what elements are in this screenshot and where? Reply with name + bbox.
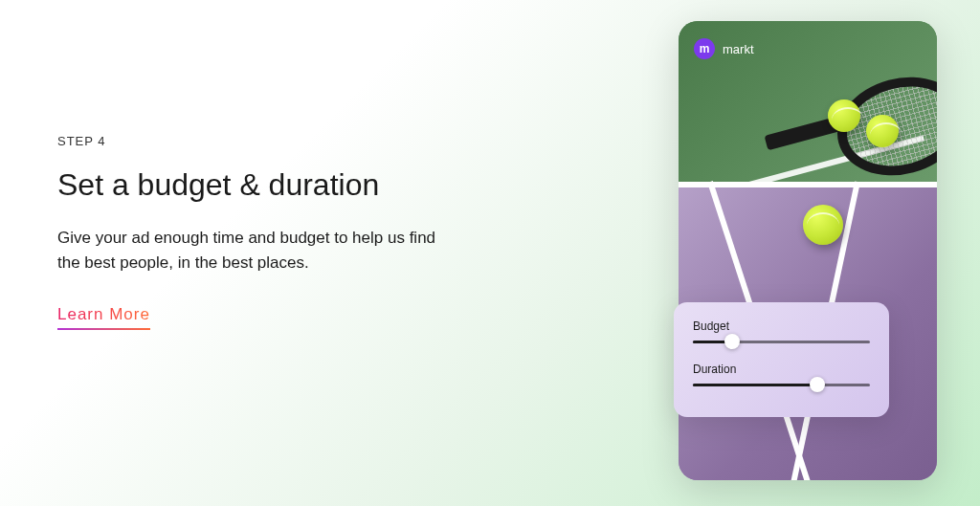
learn-more-link[interactable]: Learn More [57,305,150,330]
brand-icon: m [694,38,715,59]
budget-slider[interactable] [693,341,870,343]
duration-slider-thumb[interactable] [810,377,825,392]
duration-label: Duration [693,363,870,376]
budget-duration-panel: Budget Duration [674,302,889,417]
duration-slider-group: Duration [693,363,870,386]
budget-slider-group: Budget [693,319,870,343]
step-label: STEP 4 [57,134,440,148]
budget-slider-thumb[interactable] [724,334,740,349]
description: Give your ad enough time and budget to h… [57,226,440,275]
tennis-ball [828,99,860,132]
tennis-ball [803,205,843,245]
duration-slider-fill [693,384,817,386]
brand-name: markt [723,42,754,56]
brand-badge: m markt [694,38,754,59]
heading: Set a budget & duration [57,167,440,203]
budget-label: Budget [693,319,870,333]
tennis-ball [866,115,899,147]
duration-slider[interactable] [693,384,870,386]
text-content: STEP 4 Set a budget & duration Give your… [57,134,440,330]
